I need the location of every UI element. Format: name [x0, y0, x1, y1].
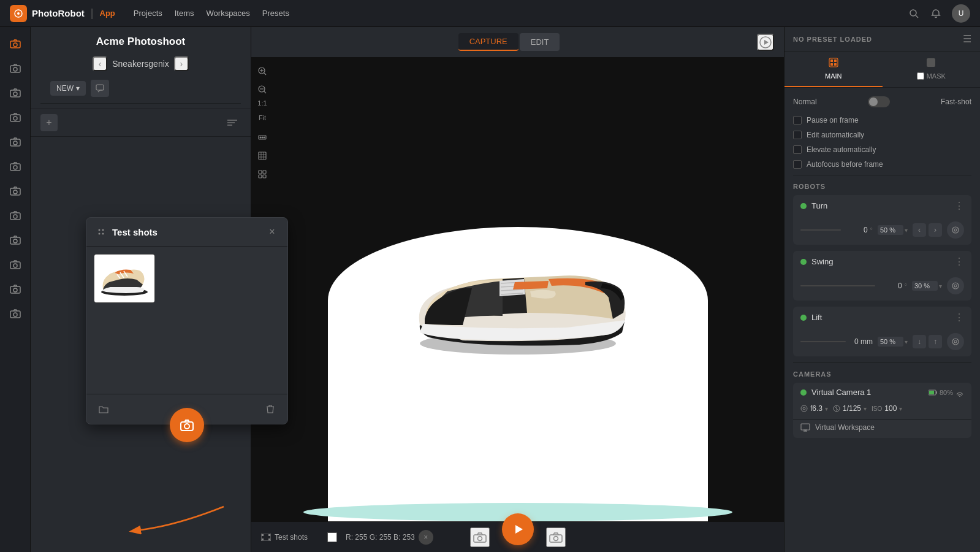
zoom-out-button[interactable]	[254, 81, 271, 98]
snapshot-button[interactable]	[546, 527, 566, 547]
test-shot-thumbnail[interactable]	[94, 254, 155, 303]
turn-more-button[interactable]: ⋮	[954, 200, 964, 212]
bell-icon[interactable]	[930, 7, 942, 20]
capture-tab[interactable]: CAPTURE	[458, 33, 518, 51]
turn-next-button[interactable]: ›	[929, 223, 942, 237]
swing-pct-dropdown[interactable]: ▾	[939, 283, 942, 289]
drag-handle[interactable]	[95, 226, 107, 238]
elevate-automatically-checkbox[interactable]	[793, 145, 802, 154]
svg-point-97	[803, 407, 805, 410]
tab-main[interactable]: MAIN	[784, 52, 883, 87]
lift-nav-buttons: ↓ ↑	[913, 335, 942, 348]
turn-home-button[interactable]	[947, 221, 964, 239]
swing-home-button[interactable]	[947, 277, 964, 294]
new-dropdown-icon: ▾	[76, 84, 80, 93]
swing-slider[interactable]	[800, 285, 875, 286]
search-icon[interactable]	[908, 7, 920, 20]
svg-rect-74	[268, 539, 270, 540]
edit-tab[interactable]: EDIT	[520, 33, 560, 51]
lift-status: Lift	[800, 313, 822, 322]
strip-camera-icon[interactable]	[5, 33, 26, 54]
svg-point-41	[184, 424, 189, 429]
mask-checkbox[interactable]	[917, 72, 924, 80]
nav-presets[interactable]: Presets	[262, 9, 289, 18]
filmstrip-icon	[261, 534, 271, 541]
folder-button[interactable]	[95, 401, 112, 418]
swing-more-button[interactable]: ⋮	[954, 256, 964, 267]
camera-bottom-icon[interactable]	[470, 527, 490, 547]
strip-icon-10[interactable]	[5, 254, 26, 275]
turn-pct-input[interactable]	[878, 225, 903, 235]
cameras-section-header: CAMERAS	[793, 362, 971, 383]
strip-icon-5[interactable]	[5, 131, 26, 152]
mode-toggle[interactable]	[868, 96, 890, 107]
aperture-dropdown[interactable]: ▾	[825, 405, 828, 412]
aperture-setting: f6.3 ▾	[800, 404, 828, 413]
turn-slider[interactable]	[800, 229, 841, 231]
svg-point-87	[954, 229, 957, 231]
svg-rect-82	[834, 59, 837, 62]
nav-prev-button[interactable]: ‹	[93, 56, 107, 71]
lift-pct-dropdown[interactable]: ▾	[905, 339, 908, 345]
sneaker-image	[383, 178, 653, 362]
strip-icon-12[interactable]	[5, 303, 26, 324]
nav-links: Projects Items Workspaces Presets	[134, 9, 289, 18]
strip-icon-6[interactable]	[5, 156, 26, 177]
shutter-dropdown[interactable]: ▾	[864, 405, 867, 412]
exposure-tool-button[interactable]	[254, 129, 271, 146]
strip-icon-7[interactable]	[5, 180, 26, 201]
capture-fab-button[interactable]	[170, 408, 204, 442]
nav-projects[interactable]: Projects	[134, 9, 162, 18]
add-item-button[interactable]: +	[40, 114, 58, 131]
tab-mask[interactable]: MASK	[883, 52, 981, 87]
strip-icon-9[interactable]	[5, 229, 26, 250]
new-button[interactable]: NEW ▾	[50, 81, 86, 96]
zoom-fit-label[interactable]: Fit	[254, 114, 271, 121]
strip-icon-2[interactable]	[5, 58, 26, 79]
svg-point-79	[553, 536, 558, 540]
lift-mm[interactable]: 0 mm	[848, 337, 873, 346]
grid-view-button[interactable]	[254, 166, 271, 183]
swing-status: Swing	[800, 257, 833, 266]
swing-pct-input[interactable]	[912, 281, 938, 291]
lift-home-button[interactable]	[947, 333, 964, 350]
strip-icon-11[interactable]	[5, 278, 26, 299]
pause-on-frame-checkbox[interactable]	[793, 116, 802, 125]
lift-up-button[interactable]: ↑	[929, 335, 942, 348]
lift-down-button[interactable]: ↓	[913, 335, 926, 348]
user-avatar[interactable]: U	[952, 4, 970, 23]
strip-icon-3[interactable]	[5, 82, 26, 103]
svg-rect-56	[259, 152, 266, 159]
turn-pct-dropdown[interactable]: ▾	[905, 227, 908, 234]
play-session-button[interactable]	[757, 34, 774, 51]
swing-degrees[interactable]: 0	[878, 282, 902, 290]
lift-more-button[interactable]: ⋮	[954, 312, 964, 323]
turn-prev-button[interactable]: ‹	[913, 223, 926, 237]
comment-button[interactable]	[91, 80, 109, 97]
nav-items[interactable]: Items	[175, 9, 194, 18]
panel-tabs: MAIN MASK	[784, 52, 980, 88]
strip-icon-8[interactable]	[5, 205, 26, 226]
strip-icon-4[interactable]	[5, 107, 26, 128]
nav-workspaces[interactable]: Workspaces	[207, 9, 250, 18]
svg-point-96	[801, 405, 807, 412]
delete-button[interactable]	[262, 401, 279, 418]
play-session-button-bottom[interactable]	[502, 513, 534, 545]
test-shots-close-button[interactable]: ×	[265, 225, 279, 239]
color-values: R: 255 G: 255 B: 253	[346, 533, 415, 542]
iso-dropdown[interactable]: ▾	[899, 405, 902, 412]
zoom-in-button[interactable]	[254, 63, 271, 80]
turn-degrees[interactable]: 0	[843, 226, 868, 234]
lift-pct-input[interactable]	[878, 337, 903, 347]
autofocus-before-frame-checkbox[interactable]	[793, 160, 802, 169]
swing-value-group: 0 °	[800, 282, 907, 290]
clear-color-button[interactable]: ×	[419, 530, 433, 545]
nav-next-button[interactable]: ›	[174, 56, 189, 71]
filmstrip-view-button[interactable]	[254, 147, 271, 164]
battery-level: 80%	[940, 389, 953, 396]
lift-slider[interactable]	[800, 341, 846, 342]
panel-menu-icon[interactable]: ☰	[963, 33, 971, 45]
bottom-test-shots-label[interactable]: Test shots	[261, 533, 308, 542]
edit-automatically-checkbox[interactable]	[793, 131, 802, 139]
sort-button[interactable]	[224, 114, 241, 131]
